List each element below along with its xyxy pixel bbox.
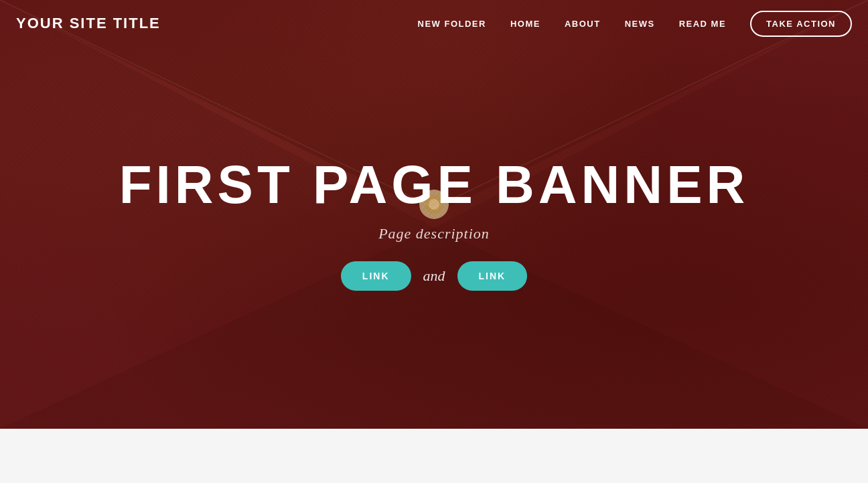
below-hero-section xyxy=(0,429,868,483)
nav-cta-button[interactable]: TAKE ACTION xyxy=(750,11,852,37)
banner-and-text: and xyxy=(423,267,445,285)
hero-link-button-1[interactable]: LINK xyxy=(341,261,411,291)
nav-link-home[interactable]: HOME xyxy=(510,19,540,29)
banner-description: Page description xyxy=(378,225,490,243)
nav-item-cta[interactable]: TAKE ACTION xyxy=(750,17,852,29)
nav-item-about[interactable]: ABOUT xyxy=(565,17,601,29)
hero-section: FIRST PAGE BANNER Page description LINK … xyxy=(0,0,868,429)
nav-item-read-me[interactable]: READ ME xyxy=(679,17,726,29)
site-title: YOUR SITE TITLE xyxy=(16,15,161,32)
nav-item-news[interactable]: NEWS xyxy=(625,17,655,29)
navbar: YOUR SITE TITLE NEW FOLDER HOME ABOUT NE… xyxy=(0,0,868,47)
nav-link-about[interactable]: ABOUT xyxy=(565,19,601,29)
nav-link-read-me[interactable]: READ ME xyxy=(679,19,726,29)
nav-link-news[interactable]: NEWS xyxy=(625,19,655,29)
nav-link-new-folder[interactable]: NEW FOLDER xyxy=(418,19,486,29)
banner-title: FIRST PAGE BANNER xyxy=(119,158,749,212)
hero-link-button-2[interactable]: LINK xyxy=(457,261,528,291)
hero-content: FIRST PAGE BANNER Page description LINK … xyxy=(119,158,749,291)
nav-item-new-folder[interactable]: NEW FOLDER xyxy=(418,17,486,29)
nav-links: NEW FOLDER HOME ABOUT NEWS READ ME TAKE … xyxy=(418,17,852,29)
nav-item-home[interactable]: HOME xyxy=(510,17,540,29)
banner-buttons: LINK and LINK xyxy=(341,261,527,291)
